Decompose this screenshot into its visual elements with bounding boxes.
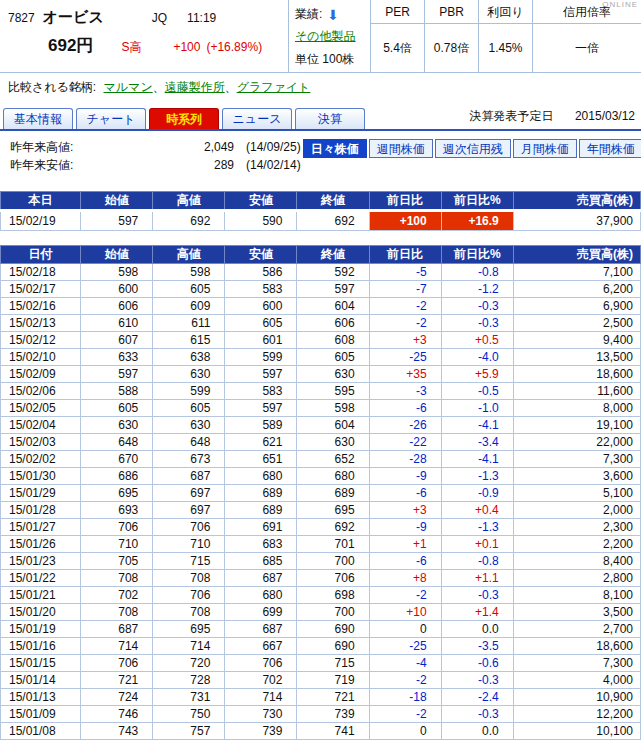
open-cell: 706: [81, 655, 153, 672]
yearly-high-date: (14/09/25): [246, 138, 301, 156]
subtab-monthly-price[interactable]: 月間株価: [513, 139, 577, 158]
close-cell: 595: [297, 383, 369, 400]
volume-cell: 6,200: [513, 281, 640, 298]
table-row: 15/01/30686687680680-9-1.33,600: [1, 468, 641, 485]
column-header-date: 日付: [1, 246, 81, 264]
period-subtabs: 日々株価週間株価週次信用残月間株価年間株価: [301, 138, 641, 174]
change-cell: -18: [369, 689, 441, 706]
high-cell: 673: [153, 451, 225, 468]
column-header-volume: 売買高(株): [513, 192, 640, 211]
industry-link[interactable]: その他製品: [295, 28, 356, 45]
stock-summary: 7827 オービス JQ 11:19 692円 S高 +100 (+16.89%…: [0, 0, 641, 73]
date-cell: 15/02/12: [1, 332, 81, 349]
high-cell: 605: [153, 281, 225, 298]
change-pct-cell: +0.5: [441, 332, 513, 349]
compare-link[interactable]: グラファイト: [237, 80, 311, 94]
change-pct-cell: -0.3: [441, 706, 513, 723]
low-cell: 689: [225, 485, 297, 502]
close-cell: 692: [297, 519, 369, 536]
low-cell: 706: [225, 655, 297, 672]
high-cell: 728: [153, 672, 225, 689]
tab-chart[interactable]: チャート: [76, 108, 146, 129]
change-cell: -28: [369, 451, 441, 468]
low-cell: 597: [225, 400, 297, 417]
change-pct-cell: -4.0: [441, 349, 513, 366]
high-cell: 757: [153, 723, 225, 740]
volume-cell: 4,000: [513, 672, 640, 689]
open-cell: 670: [81, 451, 153, 468]
volume-cell: 8,000: [513, 400, 640, 417]
date-cell: 15/01/19: [1, 621, 81, 638]
volume-cell: 2,300: [513, 519, 640, 536]
compare-link[interactable]: 遠藤製作所: [165, 80, 225, 94]
date-cell: 15/01/22: [1, 570, 81, 587]
high-cell: 609: [153, 298, 225, 315]
high-cell: 687: [153, 468, 225, 485]
valuation-metrics: PER5.4倍PBR0.78倍利回り1.45%信用倍率一倍: [370, 0, 641, 72]
low-cell: 599: [225, 349, 297, 366]
table-row: 15/02/02670673651652-28-4.17,300: [1, 451, 641, 468]
change-pct-cell: -0.8: [441, 264, 513, 281]
stock-timeseries-page: ONLINE 7827 オービス JQ 11:19 692円 S高 +100 (…: [0, 0, 641, 740]
tab-financials[interactable]: 決算: [295, 108, 365, 129]
change-pct-cell: -0.3: [441, 315, 513, 332]
volume-cell: 6,900: [513, 298, 640, 315]
metric-label: PER: [371, 0, 424, 24]
volume-cell: 7,300: [513, 451, 640, 468]
table-row: 15/02/16606609600604-2-0.36,900: [1, 298, 641, 315]
change-pct-cell: -4.1: [441, 417, 513, 434]
table-row: 15/01/26710710683701+1+0.12,200: [1, 536, 641, 553]
table-row: 15/01/22708708687706+8+1.12,800: [1, 570, 641, 587]
open-cell: 610: [81, 315, 153, 332]
low-cell: 680: [225, 468, 297, 485]
table-row: 15/02/04630630589604-26-4.119,100: [1, 417, 641, 434]
change-pct-cell: +0.1: [441, 536, 513, 553]
metric-value: 一倍: [533, 24, 641, 72]
close-cell: 608: [297, 332, 369, 349]
date-cell: 15/02/05: [1, 400, 81, 417]
column-header-open: 始値: [81, 192, 153, 211]
compare-links: マルマン、遠藤製作所、グラファイト: [104, 80, 311, 94]
change-pct-cell: -1.3: [441, 519, 513, 536]
subtab-weekly-margin[interactable]: 週次信用残: [435, 139, 511, 158]
change-cell: 0: [369, 723, 441, 740]
subtab-daily-price[interactable]: 日々株価: [303, 139, 367, 158]
open-cell: 714: [81, 638, 153, 655]
table-row: 15/01/16714714667690-25-3.518,600: [1, 638, 641, 655]
open-cell: 746: [81, 706, 153, 723]
open-cell: 687: [81, 621, 153, 638]
open-cell: 607: [81, 332, 153, 349]
high-cell: 715: [153, 553, 225, 570]
change-cell: +35: [369, 366, 441, 383]
tab-time-series[interactable]: 時系列: [149, 108, 219, 129]
change-cell: -26: [369, 417, 441, 434]
column-header-high: 高値: [153, 246, 225, 264]
change-cell: +10: [369, 604, 441, 621]
compare-link[interactable]: マルマン: [104, 80, 153, 94]
date-cell: 15/02/17: [1, 281, 81, 298]
change-pct-cell: +5.9: [441, 366, 513, 383]
compare-stocks-row: 比較される銘柄: マルマン、遠藤製作所、グラファイト: [0, 73, 641, 103]
yearly-low-value: 289: [88, 156, 234, 174]
open-cell: 695: [81, 485, 153, 502]
high-cell: 630: [153, 366, 225, 383]
date-cell: 15/01/30: [1, 468, 81, 485]
volume-cell: 19,100: [513, 417, 640, 434]
tab-basic-info[interactable]: 基本情報: [3, 108, 73, 129]
open-cell: 721: [81, 672, 153, 689]
change-pct-cell: -2.4: [441, 689, 513, 706]
date-cell: 15/01/28: [1, 502, 81, 519]
close-cell: 592: [297, 264, 369, 281]
close-cell: 719: [297, 672, 369, 689]
close-cell: 597: [297, 281, 369, 298]
subtab-yearly-price[interactable]: 年間株価: [579, 139, 641, 158]
high-cell: 598: [153, 264, 225, 281]
subtab-weekly-price[interactable]: 週間株価: [369, 139, 433, 158]
tab-news[interactable]: ニュース: [222, 108, 292, 129]
low-cell: 691: [225, 519, 297, 536]
low-cell: 687: [225, 570, 297, 587]
volume-cell: 5,100: [513, 485, 640, 502]
column-header-change: 前日比: [369, 246, 441, 264]
open-cell: 743: [81, 723, 153, 740]
date-cell: 15/01/29: [1, 485, 81, 502]
